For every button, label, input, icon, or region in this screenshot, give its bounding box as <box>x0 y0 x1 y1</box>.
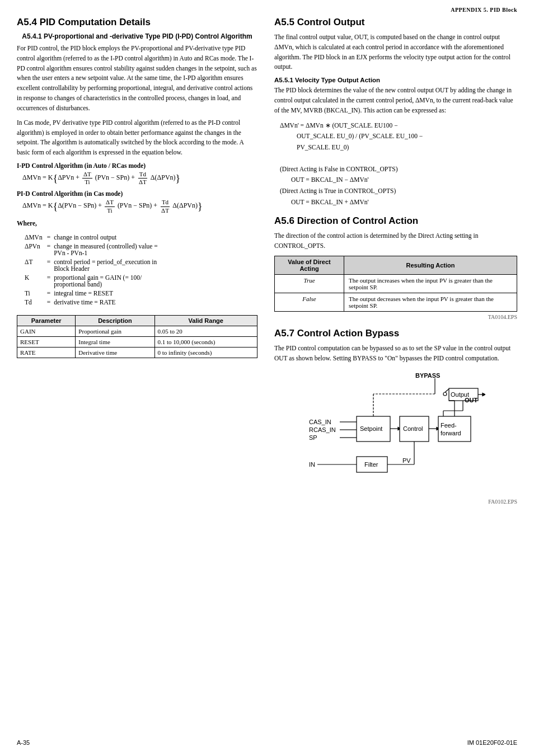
params-header-range: Valid Range <box>154 315 257 326</box>
cas-in-label: CAS_IN <box>309 419 331 425</box>
param-range: 0 to infinity (seconds) <box>154 347 257 358</box>
section-a541-title: A5.4.1 PV-proportional and -derivative T… <box>17 32 257 40</box>
def-eq: = <box>46 242 52 257</box>
def-desc: derivative time = RATE <box>53 298 159 306</box>
table-row: True The output increases when the input… <box>275 274 517 293</box>
params-header-desc: Description <box>76 315 154 326</box>
direction-header-action: Resulting Action <box>344 256 517 274</box>
formula2: ΔMVn = K{Δ(PVn − SPn) + ΔTTi (PVn − SPn)… <box>22 199 257 214</box>
param-name: RESET <box>17 336 76 347</box>
param-name: GAIN <box>17 326 76 336</box>
control-box: Control <box>403 425 423 432</box>
direction-header-value: Value of Direct Acting <box>275 256 344 274</box>
out-label: OUT <box>465 397 478 403</box>
direction-action-false: The output decreases when the input PV i… <box>344 293 517 311</box>
section-a54-title: A5.4 PID Computation Details <box>17 17 257 28</box>
param-desc: Derivative time <box>76 347 154 358</box>
sp-label: SP <box>309 434 317 441</box>
where-label: Where, <box>17 219 257 229</box>
params-table: Parameter Description Valid Range GAIN P… <box>17 315 257 358</box>
feedforward-box-line2: forward <box>441 430 461 436</box>
param-range: 0.05 to 20 <box>154 326 257 336</box>
a551-para: The PID block determines the value of th… <box>274 86 517 115</box>
def-symbol: Ti <box>24 289 45 297</box>
table-row: RATE Derivative time 0 to infinity (seco… <box>17 347 257 358</box>
def-row: Td = derivative time = RATE <box>24 298 159 306</box>
def-symbol: ΔPVn <box>24 242 45 257</box>
bypass-diagram: BYPASS Output OUT <box>306 369 485 497</box>
def-desc: integral time = RESET <box>53 289 159 297</box>
a57-para: The PID control computation can be bypas… <box>274 344 517 364</box>
direction-table: Value of Direct Acting Resulting Action … <box>274 256 517 312</box>
direction-table-caption: TA0104.EPS <box>274 314 517 320</box>
def-desc: control period = period_of_execution inB… <box>53 258 159 273</box>
def-eq: = <box>46 233 52 241</box>
a541-para1: For PID control, the PID block employs t… <box>17 44 257 114</box>
def-row: K = proportional gain = GAIN (= 100/prop… <box>24 274 159 288</box>
def-row: ΔT = control period = period_of_executio… <box>24 258 159 273</box>
param-desc: Integral time <box>76 336 154 347</box>
page-footer: A-35 IM 01E20F02-01E <box>17 739 517 746</box>
def-eq: = <box>46 258 52 273</box>
setpoint-box: Setpoint <box>360 425 382 432</box>
feedforward-box-line1: Feed- <box>441 422 457 429</box>
in-label: IN <box>309 461 315 468</box>
def-symbol: ΔMVn <box>24 233 45 241</box>
table-row: RESET Integral time 0.1 to 10,000 (secon… <box>17 336 257 347</box>
a55-para: The final control output value, OUT, is … <box>274 32 517 72</box>
eq-false-label: (Direct Acting is False in CONTROL_OPTS) <box>280 164 517 175</box>
appendix-label: APPENDIX 5. PID Block <box>451 7 517 13</box>
rcas-in-label: RCAS_IN <box>309 426 336 433</box>
bypass-diagram-caption: FA0102.EPS <box>274 499 517 505</box>
def-row: Ti = integral time = RESET <box>24 289 159 297</box>
svg-rect-15 <box>438 416 471 442</box>
def-symbol: ΔT <box>24 258 45 273</box>
velocity-equation: ΔMVn' = ΔMVn ∗ (OUT_SCALE. EU100 − OUT_S… <box>280 120 517 208</box>
bypass-label: BYPASS <box>415 372 440 379</box>
filter-box: Filter <box>364 461 378 468</box>
eq-main-cont2: PV_SCALE. EU_0) <box>297 142 517 153</box>
def-row: ΔPVn = change in measured (controlled) v… <box>24 242 159 257</box>
doc-number: IM 01E20F02-01E <box>467 739 517 746</box>
section-a56-title: A5.6 Direction of Control Action <box>274 215 517 227</box>
def-symbol: K <box>24 274 45 288</box>
a541-para2: In Cas mode, PV derivative type PID cont… <box>17 118 257 158</box>
def-eq: = <box>46 298 52 306</box>
param-range: 0.1 to 10,000 (seconds) <box>154 336 257 347</box>
param-name: RATE <box>17 347 76 358</box>
svg-point-1 <box>443 392 447 396</box>
svg-line-2 <box>445 389 449 392</box>
section-a55-title: A5.5 Control Output <box>274 17 517 28</box>
eq-false: OUT = BKCAL_IN − ΔMVn' <box>291 175 517 186</box>
formula2-label: PI-D Control Algorithm (in Cas mode) <box>17 190 257 197</box>
eq-true: OUT = BKCAL_IN + ΔMVn' <box>291 197 517 208</box>
table-row: GAIN Proportional gain 0.05 to 20 <box>17 326 257 336</box>
bypass-diagram-container: BYPASS Output OUT <box>274 369 517 497</box>
section-a551-title: A5.5.1 Velocity Type Output Action <box>274 77 517 83</box>
def-desc: change in measured (controlled) value =P… <box>53 242 159 257</box>
direction-value-true: True <box>275 274 344 293</box>
formula1: ΔMVn = K{ΔPVn + ΔTTi (PVn − SPn) + TdΔT … <box>22 171 257 186</box>
direction-action-true: The output increases when the input PV i… <box>344 274 517 293</box>
def-symbol: Td <box>24 298 45 306</box>
def-row: ΔMVn = change in control output <box>24 233 159 241</box>
section-a57-title: A5.7 Control Action Bypass <box>274 328 517 339</box>
eq-true-label: (Direct Acting is True in CONTROL_OPTS) <box>280 186 517 197</box>
page-number: A-35 <box>17 739 30 746</box>
table-row: False The output decreases when the inpu… <box>275 293 517 311</box>
eq-main-cont: OUT_SCALE. EU_0) / (PV_SCALE. EU_100 − <box>297 131 517 142</box>
formula1-label: I-PD Control Algorithm (in Auto / RCas m… <box>17 162 257 169</box>
a56-para: The direction of the control action is d… <box>274 231 517 251</box>
def-desc: change in control output <box>53 233 159 241</box>
def-eq: = <box>46 274 52 288</box>
param-desc: Proportional gain <box>76 326 154 336</box>
definitions-table: ΔMVn = change in control output ΔPVn = c… <box>22 232 160 307</box>
eq-main: ΔMVn' = ΔMVn ∗ (OUT_SCALE. EU100 − <box>280 120 517 132</box>
direction-value-false: False <box>275 293 344 311</box>
def-desc: proportional gain = GAIN (= 100/proporti… <box>53 274 159 288</box>
def-eq: = <box>46 289 52 297</box>
pv-label: PV <box>402 457 411 464</box>
params-header-param: Parameter <box>17 315 76 326</box>
